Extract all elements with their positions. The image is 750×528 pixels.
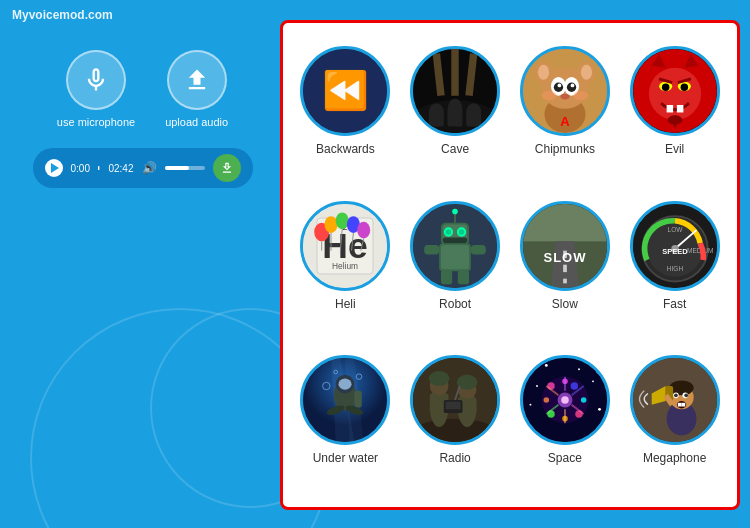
- svg-rect-42: [676, 105, 683, 112]
- evil-circle: [630, 46, 720, 136]
- voice-space[interactable]: Space: [513, 347, 618, 497]
- svg-point-52: [336, 212, 349, 229]
- volume-fill: [165, 166, 189, 170]
- voice-heli[interactable]: 2 He Helium Heli: [293, 193, 398, 343]
- svg-rect-10: [429, 112, 444, 126]
- svg-point-132: [578, 369, 580, 371]
- voice-megaphone[interactable]: Megaphone: [622, 347, 727, 497]
- svg-point-38: [680, 84, 687, 91]
- left-panel: use microphone upload audio 0:00 02:42 🔊: [0, 0, 285, 528]
- slow-circle: SLOW: [520, 201, 610, 291]
- voice-slow[interactable]: SLOW Slow: [513, 193, 618, 343]
- svg-point-126: [531, 367, 533, 369]
- svg-point-164: [684, 394, 688, 398]
- svg-rect-41: [666, 105, 673, 112]
- voice-chipmunks[interactable]: A Chipmunks: [513, 38, 618, 188]
- evil-label: Evil: [665, 142, 684, 156]
- svg-rect-62: [441, 245, 469, 269]
- robot-circle: [410, 201, 500, 291]
- progress-bar[interactable]: [98, 166, 101, 170]
- svg-rect-120: [469, 398, 476, 415]
- svg-text:HIGH: HIGH: [666, 265, 683, 272]
- current-time: 0:00: [71, 163, 90, 174]
- svg-point-34: [648, 68, 700, 120]
- volume-icon: 🔊: [142, 161, 157, 175]
- svg-point-51: [325, 216, 338, 233]
- upload-icon: [183, 66, 211, 94]
- svg-point-129: [596, 371, 599, 374]
- svg-point-26: [570, 84, 574, 88]
- svg-point-130: [536, 385, 538, 387]
- svg-text:⏪: ⏪: [322, 68, 369, 113]
- svg-point-138: [581, 398, 587, 404]
- svg-rect-74: [471, 245, 486, 254]
- svg-point-162: [674, 394, 678, 398]
- svg-point-20: [581, 65, 592, 80]
- svg-rect-114: [430, 394, 437, 413]
- svg-rect-160: [681, 403, 685, 407]
- mic-circle: [66, 50, 126, 110]
- voice-robot[interactable]: Robot: [403, 193, 508, 343]
- svg-rect-73: [424, 245, 439, 254]
- svg-point-25: [557, 84, 561, 88]
- download-button[interactable]: [213, 154, 241, 182]
- svg-rect-11: [448, 110, 463, 127]
- slow-label: Slow: [552, 297, 578, 311]
- upload-audio-button[interactable]: upload audio: [165, 50, 228, 128]
- robot-label: Robot: [439, 297, 471, 311]
- svg-point-37: [662, 84, 669, 91]
- voice-evil[interactable]: Evil: [622, 38, 727, 188]
- radio-label: Radio: [439, 451, 470, 465]
- svg-rect-80: [523, 204, 607, 241]
- svg-text:A: A: [560, 114, 570, 129]
- svg-rect-70: [444, 239, 466, 243]
- svg-point-19: [538, 65, 549, 80]
- backwards-scene: ⏪: [303, 49, 387, 133]
- svg-line-4: [436, 54, 441, 96]
- voice-underwater[interactable]: Under water: [293, 347, 398, 497]
- radio-circle: [410, 355, 500, 445]
- play-button[interactable]: [45, 159, 63, 177]
- svg-rect-123: [446, 402, 461, 409]
- voice-cave[interactable]: Cave: [403, 38, 508, 188]
- voice-fast[interactable]: LOW MEDIUM HIGH SPEED Fast: [622, 193, 727, 343]
- svg-rect-84: [563, 278, 567, 283]
- underwater-label: Under water: [313, 451, 378, 465]
- heli-scene: 2 He Helium: [303, 204, 387, 288]
- svg-rect-105: [355, 391, 362, 408]
- svg-point-72: [452, 208, 458, 214]
- underwater-scene: [303, 358, 387, 442]
- svg-point-116: [429, 371, 450, 386]
- cave-circle: [410, 46, 500, 136]
- svg-point-67: [446, 229, 452, 235]
- megaphone-label: Megaphone: [643, 451, 706, 465]
- svg-point-28: [542, 91, 557, 100]
- svg-point-137: [570, 383, 577, 390]
- heli-label: Heli: [335, 297, 356, 311]
- voice-effects-grid: ⏪ Backwards Cave: [280, 20, 740, 510]
- voice-backwards[interactable]: ⏪ Backwards: [293, 38, 398, 188]
- download-icon: [220, 161, 234, 175]
- audio-player: 0:00 02:42 🔊: [33, 148, 253, 188]
- svg-point-134: [598, 408, 601, 411]
- svg-point-27: [560, 94, 569, 100]
- svg-point-127: [545, 364, 548, 367]
- svg-point-142: [543, 398, 549, 404]
- fast-scene: LOW MEDIUM HIGH SPEED: [633, 204, 717, 288]
- chipmunks-label: Chipmunks: [535, 142, 595, 156]
- play-triangle-icon: [51, 163, 59, 173]
- fast-label: Fast: [663, 297, 686, 311]
- svg-text:LOW: LOW: [667, 226, 683, 233]
- svg-text:Helium: Helium: [332, 261, 358, 271]
- svg-point-104: [339, 379, 352, 390]
- volume-bar[interactable]: [165, 166, 205, 170]
- upload-label: upload audio: [165, 116, 228, 128]
- use-microphone-button[interactable]: use microphone: [57, 50, 135, 128]
- voice-radio[interactable]: Radio: [403, 347, 508, 497]
- svg-rect-83: [563, 264, 567, 271]
- svg-point-128: [587, 362, 589, 364]
- cave-label: Cave: [441, 142, 469, 156]
- mic-icon: [82, 66, 110, 94]
- backwards-circle: ⏪: [300, 46, 390, 136]
- space-label: Space: [548, 451, 582, 465]
